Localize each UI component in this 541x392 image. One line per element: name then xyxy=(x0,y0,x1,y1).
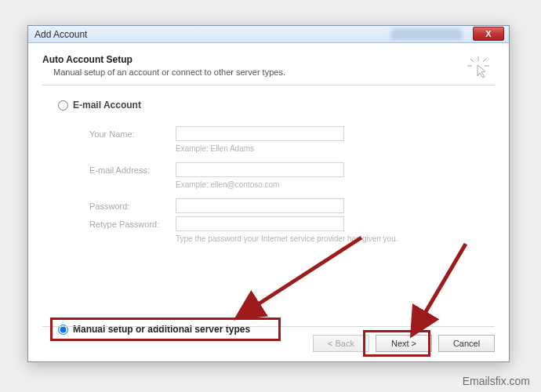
window-title: Add Account xyxy=(34,29,87,40)
back-button: < Back xyxy=(313,335,369,352)
email-account-label: E-mail Account xyxy=(73,100,141,111)
option-email-account[interactable]: E-mail Account xyxy=(58,100,495,111)
password-hint: Type the password your Internet service … xyxy=(176,234,495,243)
cancel-button[interactable]: Cancel xyxy=(438,335,495,352)
password-label: Password: xyxy=(89,201,176,211)
cursor-sparkle-icon xyxy=(467,56,490,85)
annotation-box-manual xyxy=(50,318,281,341)
email-example: Example: ellen@contoso.com xyxy=(176,180,495,189)
background-blur xyxy=(391,28,462,40)
close-icon: X xyxy=(485,29,491,38)
header-divider xyxy=(42,85,495,85)
your-name-field xyxy=(176,126,344,141)
annotation-box-next xyxy=(363,330,430,357)
close-button[interactable]: X xyxy=(473,27,504,41)
email-label: E-mail Address: xyxy=(89,165,176,175)
retype-password-field xyxy=(176,216,344,231)
svg-line-1 xyxy=(470,59,474,62)
password-field xyxy=(176,198,344,213)
email-account-radio[interactable] xyxy=(58,100,68,111)
svg-line-5 xyxy=(240,238,361,316)
add-account-window: Add Account X Auto Account Setup Manual … xyxy=(27,25,510,362)
svg-line-6 xyxy=(414,244,466,332)
your-name-label: Your Name: xyxy=(89,129,176,139)
page-title: Auto Account Setup xyxy=(42,54,285,65)
email-account-form: Your Name: Example: Ellen Adams E-mail A… xyxy=(89,126,495,243)
page-subtitle: Manual setup of an account or connect to… xyxy=(53,67,285,77)
watermark: Emailsfix.com xyxy=(463,375,530,387)
your-name-example: Example: Ellen Adams xyxy=(176,144,495,153)
titlebar[interactable]: Add Account X xyxy=(28,26,509,43)
email-field xyxy=(176,162,344,177)
svg-line-2 xyxy=(483,59,486,62)
retype-password-label: Retype Password: xyxy=(89,220,176,229)
